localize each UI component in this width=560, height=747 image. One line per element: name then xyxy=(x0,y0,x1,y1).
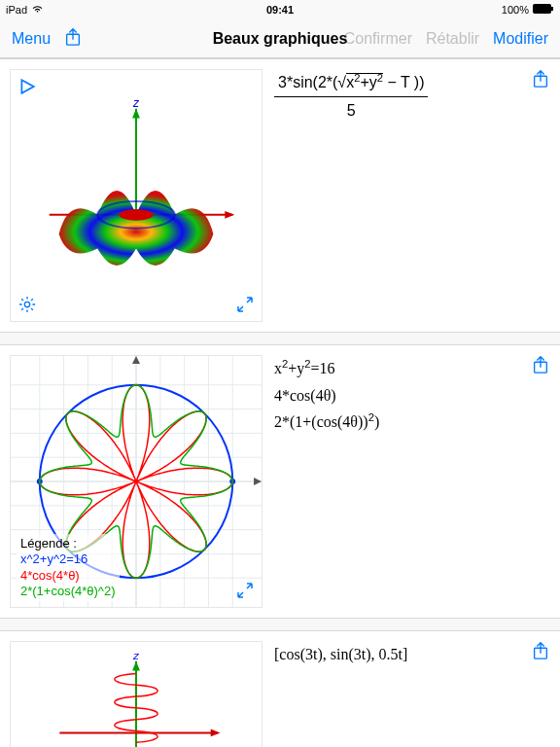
modifier-button[interactable]: Modifier xyxy=(493,30,548,48)
settings-gear-icon[interactable] xyxy=(17,294,38,315)
axis-z-label: z xyxy=(132,649,139,662)
formula-text[interactable]: x2+y2=164*cos(4θ)2*(1+(cos(4θ))2) xyxy=(274,355,519,608)
plot-3d-surface[interactable]: z xyxy=(10,69,262,322)
formula-text[interactable]: 3*sin(2*(√x2+y2 − T ))5 xyxy=(274,69,519,322)
svg-rect-1 xyxy=(551,7,553,11)
formula-text[interactable]: [cos(3t), sin(3t), 0.5t] xyxy=(274,641,519,747)
battery-pct: 100% xyxy=(502,4,529,16)
wifi-icon xyxy=(31,4,44,16)
battery-icon xyxy=(533,4,554,16)
svg-marker-39 xyxy=(211,729,221,736)
graph-card: z 3*sin(2*(√x2+y2 − T ))5 xyxy=(0,58,560,333)
page-title: Beaux graphiques xyxy=(213,30,348,48)
svg-marker-37 xyxy=(132,661,140,671)
legend-title: Légende : xyxy=(20,536,116,551)
svg-marker-4 xyxy=(132,109,140,119)
svg-point-10 xyxy=(24,302,29,306)
expand-icon[interactable] xyxy=(234,294,256,315)
legend-item: 4*cos(4*θ) xyxy=(20,568,116,584)
retablir-button: Rétablir xyxy=(426,30,479,48)
svg-rect-0 xyxy=(533,4,551,14)
share-button-top[interactable] xyxy=(64,27,82,51)
svg-marker-30 xyxy=(254,478,262,485)
plot-helix[interactable]: z xyxy=(10,641,262,747)
svg-marker-9 xyxy=(21,80,33,93)
svg-point-7 xyxy=(119,209,154,221)
graph-card: z [cos(3t), sin(3t), 0.5t] xyxy=(0,630,560,747)
share-card-icon[interactable] xyxy=(531,641,550,663)
play-button[interactable] xyxy=(17,76,38,97)
menu-button[interactable]: Menu xyxy=(12,30,51,48)
svg-marker-31 xyxy=(132,356,140,364)
axis-z-label: z xyxy=(132,96,139,110)
carrier-label: iPad xyxy=(6,4,27,16)
legend-item: 2*(1+cos(4*θ)^2) xyxy=(20,584,116,599)
share-card-icon[interactable] xyxy=(531,69,550,91)
share-card-icon[interactable] xyxy=(531,355,550,377)
nav-bar: Menu Beaux graphiques Confirmer Rétablir… xyxy=(0,19,560,58)
plot-polar[interactable]: Légende : x^2+y^2=16 4*cos(4*θ) 2*(1+cos… xyxy=(10,355,262,608)
confirm-button: Confirmer xyxy=(344,30,412,48)
status-bar: iPad 09:41 100% xyxy=(0,0,560,19)
status-time: 09:41 xyxy=(266,4,294,16)
svg-marker-6 xyxy=(225,211,234,219)
plot-legend: Légende : x^2+y^2=16 4*cos(4*θ) 2*(1+cos… xyxy=(17,534,120,601)
expand-icon[interactable] xyxy=(234,580,256,601)
graph-card: Légende : x^2+y^2=16 4*cos(4*θ) 2*(1+cos… xyxy=(0,344,560,619)
legend-item: x^2+y^2=16 xyxy=(20,551,116,567)
